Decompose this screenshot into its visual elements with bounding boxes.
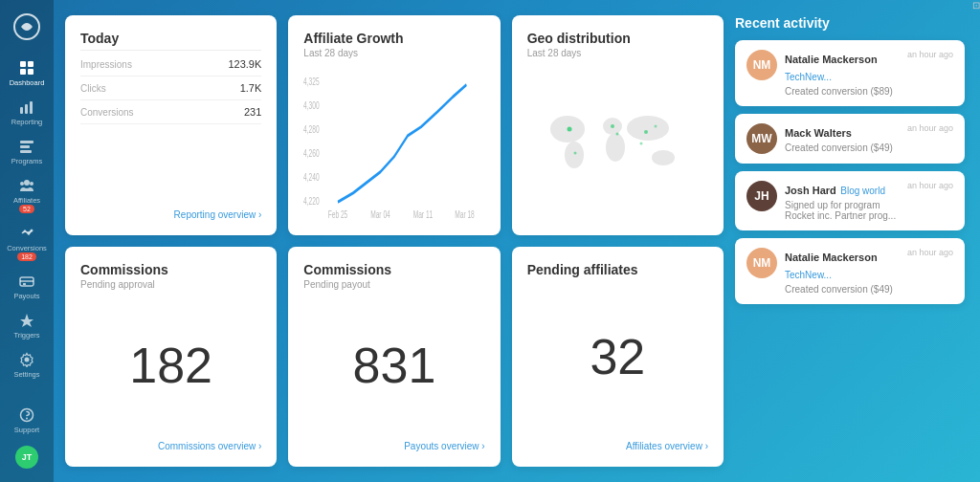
sidebar-item-payouts[interactable]: Payouts (0, 267, 54, 306)
main-content: Today Impressions 123.9K Clicks 1.7K Con… (54, 0, 980, 482)
svg-rect-3 (20, 69, 26, 75)
sidebar-item-support-label: Support (14, 426, 39, 434)
svg-rect-1 (20, 61, 26, 67)
svg-text:4,220: 4,220 (303, 196, 320, 208)
svg-point-40 (616, 132, 619, 135)
sidebar: Dashboard Reporting Programs (0, 0, 54, 482)
conversions-label: Conversions (80, 107, 134, 118)
svg-point-20 (26, 418, 28, 420)
svg-rect-6 (25, 104, 28, 114)
svg-text:4,260: 4,260 (303, 147, 320, 159)
svg-rect-9 (20, 145, 30, 148)
commissions-payout-subtitle: Pending payout (303, 279, 484, 290)
activity-desc: Created conversion ($49) (785, 142, 900, 153)
triggers-icon (18, 312, 35, 329)
svg-point-11 (24, 180, 30, 186)
sidebar-item-triggers[interactable]: Triggers (0, 306, 54, 345)
sidebar-item-payouts-label: Payouts (13, 292, 39, 300)
activity-content: Josh Hard Blog world Signed up for progr… (785, 181, 900, 221)
activity-tag: TechNew... (785, 270, 832, 280)
activity-time: an hour ago (907, 50, 953, 59)
geo-card-subtitle: Last 28 days (527, 48, 631, 58)
conversions-badge: 182 (17, 252, 36, 261)
svg-text:Mar 11: Mar 11 (413, 209, 434, 220)
activity-desc: Created conversion ($89) (785, 86, 900, 97)
sidebar-logo[interactable] (0, 8, 54, 46)
world-map-svg (541, 105, 694, 182)
commissions-approval-value: 182 (80, 297, 261, 433)
affiliates-icon (18, 177, 35, 194)
activity-item: JH Josh Hard Blog world Signed up for pr… (735, 171, 965, 230)
sidebar-item-reporting-label: Reporting (11, 118, 43, 126)
programs-icon (18, 138, 35, 155)
svg-text:4,240: 4,240 (303, 171, 320, 183)
pending-affiliates-title: Pending affiliates (527, 262, 708, 277)
activity-time: an hour ago (907, 181, 953, 190)
activity-desc: Signed up for program Rocket inc. Partne… (785, 200, 900, 221)
affiliates-badge: 52 (19, 205, 34, 213)
impressions-row: Impressions 123.9K (80, 53, 261, 77)
dashboard-grid: Today Impressions 123.9K Clicks 1.7K Con… (65, 15, 965, 467)
activity-avatar: NM (746, 248, 777, 278)
user-avatar-sidebar[interactable]: JT (14, 440, 39, 474)
today-card-title: Today (80, 31, 261, 46)
svg-rect-17 (23, 283, 26, 285)
activity-tag: Blog world (840, 186, 885, 196)
svg-text:4,300: 4,300 (303, 99, 320, 111)
dashboard-icon (18, 59, 35, 77)
sidebar-item-affiliates[interactable]: Affiliates 52 (0, 171, 54, 219)
svg-point-18 (25, 358, 30, 362)
conversions-row: Conversions 231 (80, 100, 261, 124)
commissions-overview-link[interactable]: Commissions overview (80, 433, 261, 451)
svg-point-36 (652, 150, 675, 165)
sidebar-item-dashboard[interactable]: Dashboard (0, 54, 54, 93)
sidebar-item-reporting[interactable]: Reporting (0, 93, 54, 132)
svg-text:4,325: 4,325 (303, 76, 320, 87)
svg-rect-5 (20, 107, 23, 114)
affiliate-growth-chart: 4,325 4,300 4,280 4,260 4,240 4,220 Feb … (303, 70, 484, 220)
sidebar-item-support[interactable]: Support (14, 401, 39, 440)
geo-card-title: Geo distribution (527, 31, 631, 46)
sidebar-item-conversions[interactable]: Conversions 182 (0, 219, 54, 267)
reporting-overview-link[interactable]: Reporting overview (80, 202, 261, 220)
svg-point-37 (568, 126, 572, 131)
affiliate-growth-subtitle: Last 28 days (303, 48, 484, 58)
svg-point-13 (30, 182, 33, 186)
svg-point-43 (640, 142, 643, 144)
affiliates-overview-link[interactable]: Affiliates overview (527, 433, 708, 451)
clicks-row: Clicks 1.7K (80, 77, 261, 100)
cards-section: Today Impressions 123.9K Clicks 1.7K Con… (65, 15, 724, 467)
activity-avatar: NM (746, 50, 777, 80)
svg-rect-8 (20, 141, 33, 143)
activity-time: an hour ago (907, 248, 953, 257)
commissions-payout-card: Commissions Pending payout 831 Payouts o… (288, 247, 500, 467)
sidebar-item-conversions-label: Conversions (7, 244, 47, 252)
sidebar-item-settings[interactable]: Settings (0, 345, 54, 384)
sidebar-item-triggers-label: Triggers (13, 331, 39, 340)
sidebar-item-affiliates-label: Affiliates (13, 196, 40, 205)
bottom-cards-row: Commissions Pending approval 182 Commiss… (65, 247, 724, 467)
svg-rect-10 (20, 150, 32, 153)
payouts-overview-link[interactable]: Payouts overview (303, 433, 484, 451)
pending-affiliates-value: 32 (527, 279, 708, 433)
top-cards-row: Today Impressions 123.9K Clicks 1.7K Con… (65, 15, 724, 235)
commissions-approval-title: Commissions (80, 262, 261, 277)
sidebar-item-programs[interactable]: Programs (0, 132, 54, 171)
today-card: Today Impressions 123.9K Clicks 1.7K Con… (65, 15, 277, 235)
pending-affiliates-card: Pending affiliates 32 Affiliates overvie… (512, 247, 724, 467)
activity-name: Josh Hard (785, 185, 836, 196)
affiliate-growth-card: Affiliate Growth Last 28 days 4,325 4,30… (288, 15, 500, 235)
activity-header: Natalie Mackerson TechNew... (785, 50, 900, 84)
svg-rect-2 (28, 61, 33, 67)
map-container (527, 66, 708, 220)
geo-distribution-card: Geo distribution Last 28 days ⊡ (512, 15, 724, 235)
payouts-icon (18, 273, 35, 290)
svg-text:Feb 25: Feb 25 (328, 209, 348, 220)
commissions-payout-title: Commissions (303, 262, 484, 277)
activity-header: Josh Hard Blog world (785, 181, 900, 198)
activity-time: an hour ago (907, 123, 953, 133)
conversions-value: 231 (244, 106, 261, 118)
activity-name: Natalie Mackerson (785, 54, 878, 65)
sidebar-item-programs-label: Programs (11, 157, 43, 165)
activity-content: Natalie Mackerson TechNew... Created con… (785, 50, 900, 97)
